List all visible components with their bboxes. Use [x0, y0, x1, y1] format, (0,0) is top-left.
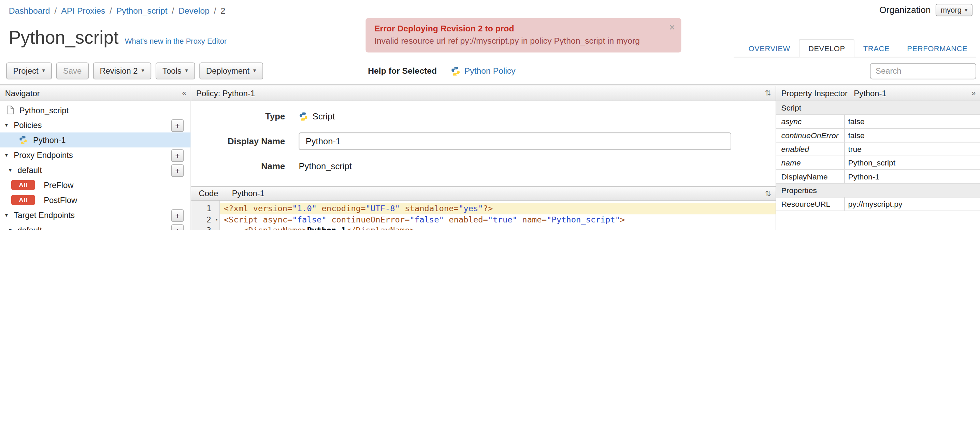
display-name-row: Display Name	[191, 132, 776, 150]
property-inspector-subtitle: Python-1	[854, 89, 886, 98]
property-value: false	[845, 115, 980, 128]
tree-item-label: PostFlow	[44, 195, 77, 204]
fold-icon[interactable]: ▾	[215, 214, 218, 225]
property-value: py://myscript.py	[845, 197, 980, 211]
add-target-endpoint-button[interactable]: +	[171, 210, 184, 222]
tab-overview[interactable]: OVERVIEW	[740, 40, 799, 57]
error-banner-title: Error Deploying Revision 2 to prod	[374, 22, 662, 35]
code-editor[interactable]: 12▾3456 <?xml version="1.0" encoding="UT…	[191, 200, 776, 230]
policy-form: Type Script Display Name	[191, 101, 776, 186]
breadcrumb-dashboard[interactable]: Dashboard	[9, 6, 50, 15]
add-proxy-endpoint-button[interactable]: +	[171, 149, 184, 162]
main-area: Navigator « Python_script ▾ Policies +	[0, 86, 980, 230]
deployment-menu-label: Deployment	[206, 66, 250, 75]
tree-item-label: Python_script	[19, 105, 68, 114]
code-line[interactable]: <DisplayName>Python-1</DisplayName>	[220, 225, 776, 230]
property-row-enabled[interactable]: enabled true	[776, 143, 980, 156]
tree-group-target-default[interactable]: ▾ default +	[0, 222, 191, 230]
expand-panel-icon[interactable]: »	[972, 89, 975, 98]
title-row: Python_script What's new in the Proxy Ed…	[9, 28, 227, 48]
revision-menu-button[interactable]: Revision 2 ▾	[93, 62, 151, 79]
property-row-displayname[interactable]: DisplayName Python-1	[776, 170, 980, 184]
property-label: continueOnError	[776, 129, 845, 141]
tree-item-proxy-preflow[interactable]: All PreFlow	[0, 177, 191, 192]
breadcrumb-api-proxies[interactable]: API Proxies	[61, 6, 105, 15]
policy-panel-header: Policy: Python-1 ⇅	[191, 86, 776, 101]
flow-all-badge: All	[11, 180, 35, 190]
search-input[interactable]	[870, 63, 976, 79]
collapse-section-icon[interactable]: ⇅	[765, 89, 771, 98]
revision-menu-label: Revision 2	[100, 66, 137, 75]
tree-section-target-endpoints[interactable]: ▾ Target Endpoints +	[0, 207, 191, 222]
tree-expand-icon[interactable]: ▾	[9, 167, 16, 173]
tree-section-label: Proxy Endpoints	[14, 150, 73, 159]
tools-menu-button[interactable]: Tools ▾	[156, 62, 195, 79]
tree-item-policy-python-1[interactable]: Python-1	[0, 132, 191, 148]
project-menu-button[interactable]: Project ▾	[6, 62, 52, 79]
tree-expand-icon[interactable]: ▾	[5, 122, 13, 128]
chevron-down-icon: ▾	[965, 7, 967, 13]
code-file-name: Python-1	[232, 189, 264, 198]
property-row-continueonerror[interactable]: continueOnError false	[776, 129, 980, 142]
code-header: Code Python-1 ⇅	[191, 186, 776, 200]
add-policy-button[interactable]: +	[171, 119, 184, 132]
property-row-async[interactable]: async false	[776, 115, 980, 129]
property-value: false	[845, 129, 980, 141]
tab-bar: OVERVIEW DEVELOP TRACE PERFORMANCE	[733, 39, 976, 57]
property-label: DisplayName	[776, 170, 845, 183]
tree-expand-icon[interactable]: ▾	[9, 227, 16, 230]
tab-develop[interactable]: DEVELOP	[799, 39, 855, 57]
code-line[interactable]: <Script async="false" continueOnError="f…	[220, 214, 776, 225]
type-value-text: Script	[313, 111, 335, 121]
tree-section-policies[interactable]: ▾ Policies +	[0, 118, 191, 132]
display-name-input[interactable]	[299, 132, 731, 150]
policy-panel-title: Policy: Python-1	[196, 89, 255, 98]
whats-new-link[interactable]: What's new in the Proxy Editor	[125, 37, 227, 46]
tree-group-proxy-default[interactable]: ▾ default +	[0, 162, 191, 177]
breadcrumb-separator: /	[172, 6, 174, 15]
add-flow-button[interactable]: +	[171, 164, 184, 177]
tree-section-label: Policies	[14, 121, 41, 130]
collapse-section-icon[interactable]: ⇅	[765, 189, 771, 198]
tree-group-label: default	[18, 225, 42, 230]
tools-menu-label: Tools	[162, 66, 181, 75]
collapse-panel-icon[interactable]: «	[182, 89, 186, 98]
tab-performance[interactable]: PERFORMANCE	[899, 40, 976, 57]
breadcrumb-separator: /	[110, 6, 112, 15]
display-name-label: Display Name	[191, 136, 285, 146]
breadcrumb-separator: /	[214, 6, 216, 15]
property-row-name[interactable]: name Python_script	[776, 156, 980, 170]
organization-value: myorg	[941, 5, 962, 14]
property-label: ResourceURL	[776, 197, 845, 211]
toolbar: Project ▾ Save Revision 2 ▾ Tools ▾ Depl…	[0, 58, 980, 85]
tree-section-proxy-endpoints[interactable]: ▾ Proxy Endpoints +	[0, 148, 191, 162]
python-policy-help-link[interactable]: Python Policy	[450, 66, 515, 76]
page-title: Python_script	[9, 28, 119, 48]
tree-expand-icon[interactable]: ▾	[5, 212, 13, 218]
property-value: true	[845, 143, 980, 156]
breadcrumb-proxy[interactable]: Python_script	[116, 6, 167, 15]
deployment-menu-button[interactable]: Deployment ▾	[199, 62, 263, 79]
property-table: Script async false continueOnError false…	[776, 101, 980, 211]
tree-item-proxy-postflow[interactable]: All PostFlow	[0, 192, 191, 207]
property-section-label: Script	[781, 103, 802, 112]
tree-item-proxy-root[interactable]: Python_script	[0, 102, 191, 118]
type-label: Type	[191, 111, 285, 121]
tree-expand-icon[interactable]: ▾	[5, 152, 13, 158]
property-label: enabled	[776, 143, 845, 156]
app-window: Dashboard / API Proxies / Python_script …	[0, 0, 980, 230]
code-line[interactable]: <?xml version="1.0" encoding="UTF-8" sta…	[220, 203, 776, 214]
property-inspector-title: Property Inspector	[781, 89, 848, 98]
add-flow-button[interactable]: +	[171, 224, 184, 230]
tab-trace[interactable]: TRACE	[854, 40, 899, 57]
organization-select[interactable]: myorg ▾	[935, 4, 972, 16]
organization-label: Organization	[879, 5, 931, 15]
chevron-down-icon: ▾	[42, 68, 45, 74]
breadcrumb-revision: 2	[220, 6, 225, 15]
breadcrumb-develop[interactable]: Develop	[178, 6, 210, 15]
save-button[interactable]: Save	[56, 62, 89, 79]
close-icon[interactable]: ×	[669, 22, 675, 33]
name-value: Python_script	[299, 161, 352, 171]
property-row-resourceurl[interactable]: ResourceURL py://myscript.py	[776, 197, 980, 211]
code-lines: <?xml version="1.0" encoding="UTF-8" sta…	[220, 200, 776, 230]
